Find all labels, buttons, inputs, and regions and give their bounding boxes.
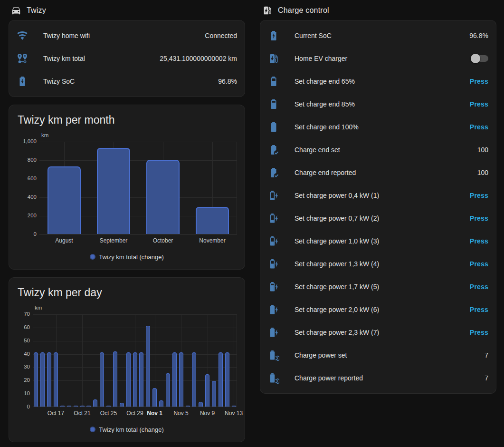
x-tick-label: Nov 13	[225, 410, 243, 417]
entity-label: Current SoC	[295, 32, 332, 39]
entity-row[interactable]: Charge end reported100	[260, 161, 496, 184]
entity-row[interactable]: Twizy home wifiConnected	[9, 24, 245, 47]
entity-row[interactable]: Set charge power 0,7 kW (2)Press	[260, 207, 496, 230]
x-tick-label: Oct 29	[126, 410, 143, 417]
bar-slot	[59, 314, 66, 407]
right-column-header: Charge control	[260, 2, 496, 19]
entity-label: Set charge power 0,4 kW (1)	[295, 192, 379, 199]
entity-row[interactable]: Twizy SoC96.8%	[9, 70, 245, 93]
bar	[126, 352, 131, 407]
chart-legend[interactable]: Twizy km total (change)	[16, 425, 238, 434]
column-title: Charge control	[278, 6, 329, 15]
entity-row[interactable]: Set charge power 2,0 kW (6)Press	[260, 298, 496, 321]
y-tick-label: 0	[16, 231, 37, 237]
bar-slot	[138, 142, 188, 234]
entity-label: Set charge end 65%	[295, 78, 355, 85]
column-title: Twizy	[27, 6, 46, 15]
entity-label: Set charge end 100%	[295, 123, 359, 131]
ev-station-icon	[262, 5, 273, 16]
bar-slot	[165, 314, 171, 407]
bar-slot	[152, 314, 158, 407]
km-per-day-card: Twizy km per day km010203040506070Oct 17…	[9, 277, 245, 442]
bar	[133, 352, 137, 407]
x-tick-label: Oct 25	[100, 410, 117, 417]
y-tick-label: 800	[16, 157, 37, 163]
bar	[192, 352, 196, 407]
entity-row[interactable]: Set charge end 85%Press	[260, 93, 496, 116]
entity-row[interactable]: Set charge power 1,0 kW (3)Press	[260, 230, 496, 253]
day-chart-plot[interactable]	[33, 314, 237, 407]
bar-slot	[99, 314, 105, 407]
wifi-icon	[17, 30, 28, 41]
bar-slot	[112, 314, 119, 407]
bar	[48, 166, 81, 234]
entity-row[interactable]: Charge power reported7	[260, 367, 496, 389]
battery-charging-icon	[268, 30, 279, 41]
entity-row[interactable]: Set charge end 100%Press	[260, 116, 496, 138]
bar	[93, 399, 97, 407]
entity-value: 25,431.100000000002 km	[160, 55, 237, 62]
bar	[146, 160, 180, 234]
battery-charging-60-icon	[268, 258, 279, 270]
y-tick-label: 10	[16, 390, 30, 396]
entity-label: Set charge power 1,0 kW (3)	[295, 237, 379, 245]
bar	[196, 207, 229, 234]
bar-slot	[218, 314, 224, 407]
press-button[interactable]: Press	[470, 123, 488, 131]
bar-series	[39, 142, 237, 234]
x-axis-labels: Oct 17Oct 21Oct 25Oct 29Nov 1Nov 5Nov 9N…	[33, 410, 237, 419]
bar	[159, 400, 163, 407]
chart-legend[interactable]: Twizy km total (change)	[16, 252, 238, 262]
entity-row[interactable]: Twizy km total25,431.100000000002 km	[9, 47, 245, 70]
press-button[interactable]: Press	[470, 283, 488, 291]
month-chart-plot[interactable]	[39, 142, 237, 234]
bar-slot	[158, 314, 165, 407]
entity-row[interactable]: Set charge power 0,4 kW (1)Press	[260, 184, 496, 207]
bar	[139, 352, 143, 407]
bar	[80, 406, 85, 407]
toggle-switch[interactable]	[471, 54, 488, 63]
entity-value: 100	[477, 169, 488, 176]
battery-60-icon	[268, 76, 279, 87]
entity-row[interactable]: Set charge power 2,3 kW (7)Press	[260, 321, 496, 344]
press-button[interactable]: Press	[470, 100, 488, 108]
press-button[interactable]: Press	[470, 260, 488, 268]
x-tick-label: August	[39, 237, 89, 247]
y-tick-label: 30	[16, 364, 30, 369]
press-button[interactable]: Press	[470, 329, 488, 336]
bar	[152, 388, 157, 407]
bar	[232, 406, 236, 407]
press-button[interactable]: Press	[470, 237, 488, 245]
entity-label: Set charge power 1,7 kW (5)	[295, 283, 379, 291]
entity-row[interactable]: Home EV charger	[260, 47, 496, 70]
bar-slot	[66, 314, 72, 407]
press-button[interactable]: Press	[470, 78, 488, 85]
entity-label: Charge power reported	[295, 374, 363, 382]
bar-slot	[178, 314, 184, 407]
x-tick-label: Nov 5	[173, 410, 188, 417]
entity-row[interactable]: Set charge power 1,7 kW (5)Press	[260, 275, 496, 298]
entity-row[interactable]: Charge end set100	[260, 138, 496, 161]
bar	[86, 406, 91, 407]
press-button[interactable]: Press	[470, 306, 488, 313]
bar-slot	[204, 314, 211, 407]
y-tick-label: 50	[16, 338, 30, 343]
entity-row[interactable]: Current SoC96.8%	[260, 24, 496, 47]
entity-label: Charge end reported	[295, 169, 356, 176]
press-button[interactable]: Press	[470, 214, 488, 222]
y-tick-label: 40	[16, 351, 30, 357]
entity-value: 7	[485, 374, 488, 382]
bar-slot	[191, 314, 198, 407]
bar-slot	[125, 314, 132, 407]
battery-charging-50-icon	[268, 235, 279, 247]
entity-row[interactable]: Set charge power 1,3 kW (4)Press	[260, 253, 496, 275]
y-tick-label: 600	[16, 175, 37, 181]
battery-wireless-icon	[268, 350, 279, 361]
battery-charging-80-icon	[268, 281, 279, 292]
entity-value: 96.8%	[469, 32, 488, 39]
press-button[interactable]: Press	[470, 192, 488, 199]
entity-row[interactable]: Charge power set7	[260, 344, 496, 367]
km-per-month-card: Twizy km per month km02004006008001,000A…	[9, 105, 245, 270]
bar	[212, 381, 216, 407]
entity-row[interactable]: Set charge end 65%Press	[260, 70, 496, 93]
